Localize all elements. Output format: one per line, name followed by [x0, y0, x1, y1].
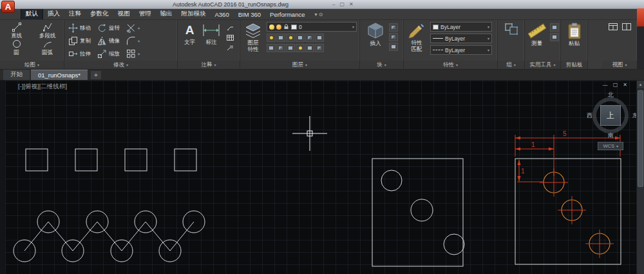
panel-groups-dropdown[interactable]: 组▾	[498, 61, 524, 69]
tab-a360[interactable]: A360	[211, 10, 234, 19]
object-color-select[interactable]: ByLayer ▾	[430, 22, 492, 32]
layer-state-icon[interactable]	[276, 34, 285, 42]
leader-icon[interactable]	[226, 23, 234, 32]
array-tool[interactable]: ▾	[125, 48, 141, 60]
maximize-icon[interactable]: ▢	[339, 2, 345, 7]
tab-performance[interactable]: Performance	[265, 10, 309, 19]
close-icon[interactable]: ✕	[349, 2, 354, 7]
named-views-icon[interactable]	[608, 22, 618, 32]
dimension-tool-label: 标注	[206, 39, 217, 46]
copy-tool[interactable]: 复制	[67, 35, 92, 47]
doc-restore-icon[interactable]: ▢	[613, 82, 618, 88]
tab-view[interactable]: 视图	[113, 8, 135, 19]
panel-draw-dropdown[interactable]: 绘图▾	[0, 61, 64, 69]
layer-state-icon[interactable]	[296, 34, 305, 42]
panel-utilities-dropdown[interactable]: 实用工具▾	[525, 61, 560, 69]
viewport-visual-style-control[interactable]: [二维线框]	[39, 83, 67, 91]
layer-state-icon[interactable]	[315, 34, 324, 42]
chevron-down-icon: ▾	[488, 48, 489, 52]
dimension-tool[interactable]: 标注	[200, 22, 222, 47]
panel-view-dropdown[interactable]: 视图▾	[602, 61, 637, 69]
scrollbar-thumb[interactable]	[638, 90, 643, 187]
viewport-view-control[interactable]: [俯视]	[23, 83, 39, 91]
arc-tool[interactable]: 圆弧	[35, 39, 61, 55]
stretch-tool[interactable]: 拉伸	[67, 48, 92, 60]
file-tab-start[interactable]: 开始	[3, 69, 30, 80]
multileader-icon[interactable]	[226, 44, 234, 52]
panel-block-dropdown[interactable]: 块▾	[360, 61, 403, 69]
chevron-down-icon: ▾	[305, 63, 307, 67]
panel-layers-dropdown[interactable]: 图层▾	[240, 61, 359, 69]
file-tab-document[interactable]: 01_runOsnaps*	[31, 70, 88, 80]
polyline-tool[interactable]: 多段线	[35, 22, 61, 39]
measure-button[interactable]: 测量	[527, 22, 547, 48]
layer-state-icon[interactable]	[305, 34, 314, 42]
circle-tool[interactable]: 圆	[4, 39, 30, 55]
linetype-select[interactable]: ByLayer ▾	[430, 45, 492, 55]
paste-button[interactable]: 粘贴	[565, 22, 583, 48]
wcs-selector[interactable]: WCS▾	[598, 142, 623, 150]
tab-bim360[interactable]: BIM 360	[234, 10, 265, 19]
insert-block-button[interactable]: 插入	[365, 22, 386, 48]
quick-select-icon[interactable]	[550, 23, 559, 32]
layer-state-icon[interactable]	[267, 34, 276, 42]
arc-tool-label: 圆弧	[42, 49, 53, 55]
panel-utilities: 测量 实用工具▾	[525, 20, 561, 69]
tab-annotate[interactable]: 注释	[64, 8, 86, 19]
panel-modify-dropdown[interactable]: 修改▾	[64, 61, 177, 69]
layer-state-icon[interactable]	[296, 44, 305, 52]
model-space-canvas[interactable]: 511 [-] [俯视] [二维线框] — ▢ ✕ 上 北 西 南 东 WCS▾	[5, 81, 636, 274]
layer-properties-label: 图层特性	[246, 40, 261, 53]
match-properties-button[interactable]: 特性匹配	[406, 22, 427, 54]
tab-addins[interactable]: 附加模块	[177, 8, 211, 19]
layer-select[interactable]: 0 ▾	[267, 22, 357, 32]
table-icon[interactable]	[226, 34, 234, 42]
layer-state-icon[interactable]	[315, 44, 324, 52]
mirror-tool[interactable]: 镜像	[96, 35, 121, 47]
layer-state-icon[interactable]	[286, 44, 295, 52]
ribbon-collapse-icon[interactable]: ▾ ⊙	[314, 12, 323, 19]
tab-parametric[interactable]: 参数化	[86, 8, 113, 19]
new-drawing-tab-button[interactable]: +	[91, 71, 101, 79]
vertical-scrollbar[interactable]: ▲	[636, 81, 644, 274]
minimize-icon[interactable]: –	[332, 2, 335, 7]
tab-insert[interactable]: 插入	[43, 8, 64, 19]
tab-default[interactable]: 默认	[21, 8, 43, 19]
lineweight-select[interactable]: ByLayer ▾	[430, 34, 492, 43]
tab-manage[interactable]: 管理	[135, 8, 156, 19]
layer-properties-button[interactable]: 图层特性	[243, 22, 263, 54]
viewcube-north-label[interactable]: 北	[608, 91, 614, 99]
block-attributes-icon[interactable]	[389, 43, 398, 51]
quick-calc-icon[interactable]	[550, 33, 559, 41]
panel-properties-dropdown[interactable]: 特性▾	[404, 61, 497, 69]
viewcube-south-label[interactable]: 南	[608, 132, 614, 140]
viewcube-west-label[interactable]: 西	[587, 112, 592, 120]
edit-block-icon[interactable]	[389, 23, 398, 32]
scale-tool[interactable]: 缩放	[96, 48, 121, 60]
doc-minimize-icon[interactable]: —	[603, 82, 608, 88]
layer-state-icon[interactable]	[286, 34, 295, 42]
panel-annotate-dropdown[interactable]: 注释▾	[178, 61, 240, 69]
doc-close-icon[interactable]: ✕	[623, 82, 627, 88]
viewcube-east-label[interactable]: 东	[632, 112, 636, 120]
layer-state-icon[interactable]	[267, 44, 276, 52]
viewcube[interactable]: 上 北 西 南 东	[587, 92, 634, 139]
chevron-down-icon: ▾	[384, 63, 386, 67]
autocad-logo-icon[interactable]: A	[1, 1, 15, 13]
window-title: Autodesk AutoCAD 2016 01_runOsnaps.dwg	[173, 1, 289, 8]
viewport-config-icon[interactable]	[621, 22, 632, 32]
rotate-tool[interactable]: 旋转	[96, 22, 121, 34]
group-button[interactable]	[503, 22, 520, 36]
trim-tool[interactable]: ▾	[125, 22, 141, 34]
move-tool[interactable]: 移动	[67, 22, 92, 34]
layer-state-icon[interactable]	[305, 44, 314, 52]
line-tool[interactable]: 直线	[4, 22, 30, 39]
text-tool[interactable]: A 文字	[183, 22, 196, 47]
viewcube-top-face[interactable]: 上	[600, 105, 621, 126]
layer-state-icon[interactable]	[276, 44, 285, 52]
create-block-icon[interactable]	[389, 33, 398, 41]
tab-output[interactable]: 输出	[156, 8, 177, 19]
scroll-up-icon[interactable]: ▲	[637, 81, 644, 89]
viewport-menu-control[interactable]: [-]	[18, 83, 23, 91]
fillet-tool[interactable]: ▾	[125, 35, 141, 47]
